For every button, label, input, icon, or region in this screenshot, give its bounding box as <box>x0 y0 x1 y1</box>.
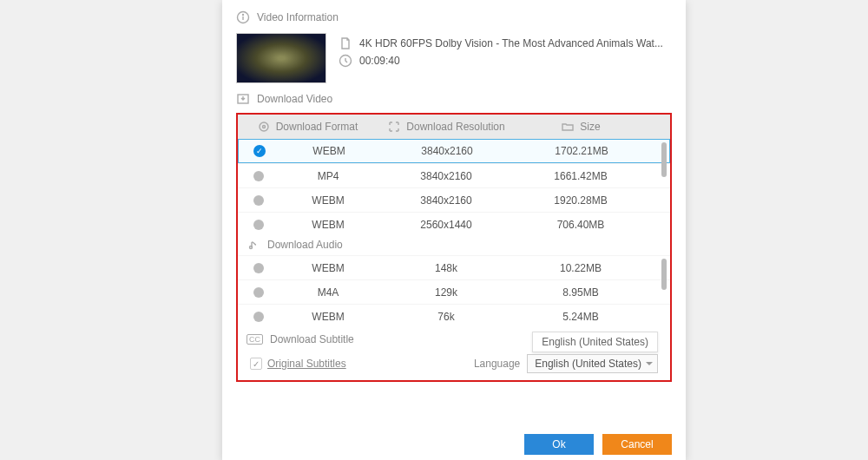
video-rows: WEBM 3840x2160 1702.21MB MP4 3840x2160 1… <box>238 139 670 236</box>
section-video-information: Video Information <box>236 10 672 24</box>
table-header: Download Format Download Resolution Size <box>238 115 670 139</box>
col-format: Download Format <box>238 120 377 134</box>
language-label: Language <box>474 358 520 370</box>
cell-format: WEBM <box>279 262 377 274</box>
section-label: Download Subtitle <box>270 333 354 345</box>
col-label: Download Resolution <box>406 121 504 133</box>
cell-size: 706.40MB <box>516 219 646 231</box>
cell-format: WEBM <box>279 219 377 231</box>
dialog-content: Video Information 4K HDR 60FPS Dolby Vis… <box>222 0 686 382</box>
original-subtitles-link[interactable]: Original Subtitles <box>267 358 346 370</box>
cell-format: WEBM <box>279 311 377 323</box>
cell-size: 10.22MB <box>516 262 646 274</box>
cell-size: 8.95MB <box>516 286 646 299</box>
resolution-icon <box>387 120 401 134</box>
section-download-video: Download Video <box>236 92 672 106</box>
table-row[interactable]: WEBM 76k 5.24MB <box>238 304 670 328</box>
col-label: Download Format <box>276 121 358 133</box>
radio-selected-icon <box>253 145 266 157</box>
highlight-box: Download Format Download Resolution Size… <box>236 113 672 382</box>
section-label: Download Video <box>257 93 332 105</box>
cell-size: 1920.28MB <box>516 194 646 207</box>
format-icon <box>257 120 271 134</box>
duration-row: 00:09:40 <box>339 54 663 68</box>
table-row[interactable]: WEBM 3840x2160 1920.28MB <box>238 187 670 212</box>
cell-resolution: 3840x2160 <box>377 170 516 182</box>
cell-bitrate: 129k <box>377 286 516 299</box>
section-label: Video Information <box>257 11 339 23</box>
cell-format: WEBM <box>280 145 378 157</box>
cell-size: 1661.42MB <box>516 170 646 182</box>
cell-format: M4A <box>279 286 377 299</box>
col-label: Size <box>580 121 600 133</box>
col-resolution: Download Resolution <box>377 120 516 134</box>
svg-point-6 <box>262 126 265 128</box>
cell-format: WEBM <box>279 194 377 207</box>
table-row[interactable]: WEBM 2560x1440 706.40MB <box>238 212 670 236</box>
clock-icon <box>339 54 352 68</box>
cancel-button[interactable]: Cancel <box>602 434 672 455</box>
checkbox-original-subtitles[interactable] <box>250 358 262 370</box>
svg-point-2 <box>243 15 244 16</box>
cell-size: 1702.21MB <box>516 145 647 157</box>
language-select[interactable]: English (United States) <box>527 354 658 373</box>
info-icon <box>236 10 250 24</box>
download-dialog: Video Information 4K HDR 60FPS Dolby Vis… <box>222 0 686 460</box>
video-info-row: 4K HDR 60FPS Dolby Vision - The Most Adv… <box>236 33 672 83</box>
video-title: 4K HDR 60FPS Dolby Vision - The Most Adv… <box>359 37 663 49</box>
svg-point-7 <box>250 246 253 249</box>
scrollbar[interactable] <box>661 259 667 290</box>
table-row[interactable]: WEBM 148k 10.22MB <box>238 255 670 279</box>
radio-icon <box>253 263 264 273</box>
cell-bitrate: 76k <box>377 311 516 323</box>
svg-point-5 <box>260 122 268 131</box>
radio-icon <box>253 287 264 298</box>
radio-icon <box>253 171 264 181</box>
radio-icon <box>253 312 264 322</box>
audio-section: Download Audio WEBM 148k 10.22MB M4A 129… <box>238 238 670 328</box>
download-video-icon <box>236 92 250 106</box>
col-size: Size <box>516 120 646 134</box>
video-thumbnail <box>236 33 326 83</box>
ok-button[interactable]: Ok <box>524 434 594 455</box>
audio-icon <box>247 238 260 252</box>
cell-size: 5.24MB <box>516 311 646 323</box>
cell-resolution: 3840x2160 <box>378 145 516 157</box>
video-duration: 00:09:40 <box>359 55 400 67</box>
section-label: Download Audio <box>267 239 343 251</box>
cell-bitrate: 148k <box>377 262 516 274</box>
cell-resolution: 3840x2160 <box>377 194 516 207</box>
subtitle-bar: Original Subtitles English (United State… <box>238 347 670 380</box>
radio-icon <box>253 220 264 230</box>
table-row[interactable]: M4A 129k 8.95MB <box>238 279 670 304</box>
title-row: 4K HDR 60FPS Dolby Vision - The Most Adv… <box>339 36 663 50</box>
radio-icon <box>253 195 264 206</box>
table-row[interactable]: WEBM 3840x2160 1702.21MB <box>238 139 670 163</box>
cell-format: MP4 <box>279 170 377 182</box>
language-popup[interactable]: English (United States) <box>532 332 658 352</box>
table-row[interactable]: MP4 3840x2160 1661.42MB <box>238 163 670 187</box>
language-wrap: English (United States) Language English… <box>474 354 658 373</box>
dialog-footer: Ok Cancel <box>524 434 672 455</box>
folder-icon <box>561 120 575 134</box>
section-download-audio: Download Audio <box>247 238 670 252</box>
cc-icon: CC <box>247 334 263 345</box>
video-meta: 4K HDR 60FPS Dolby Vision - The Most Adv… <box>339 33 663 83</box>
audio-rows: WEBM 148k 10.22MB M4A 129k 8.95MB WEBM 7… <box>238 255 670 328</box>
cell-resolution: 2560x1440 <box>377 219 516 231</box>
file-icon <box>339 36 352 50</box>
scrollbar[interactable] <box>661 142 667 177</box>
